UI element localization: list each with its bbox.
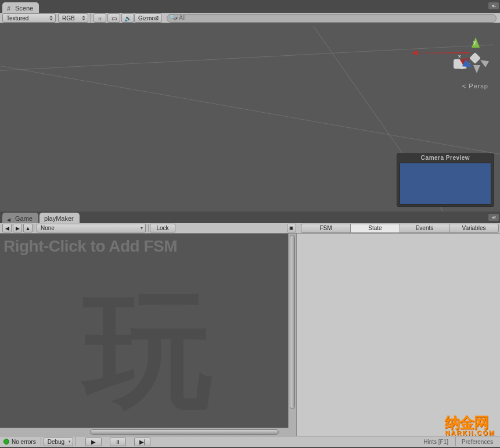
scene-image-toggle[interactable]: ▭ bbox=[107, 13, 120, 23]
x-axis-arrow-icon bbox=[412, 50, 418, 56]
tab-game[interactable]: Game bbox=[2, 213, 38, 223]
nav-up-button[interactable]: ▲ bbox=[23, 224, 33, 232]
play-icon: ▶ bbox=[91, 439, 96, 445]
camera-preview-viewport bbox=[400, 163, 491, 205]
tab-playmaker[interactable]: playMaker bbox=[39, 213, 80, 223]
y-axis-label: y bbox=[473, 40, 476, 45]
playmaker-toolbar: ◀ ▶ ▲ None Lock ▣ FSM State Events Varia… bbox=[0, 223, 500, 234]
game-icon bbox=[7, 216, 13, 221]
window-options-button[interactable] bbox=[488, 2, 499, 9]
tab-scene[interactable]: Scene bbox=[2, 2, 39, 13]
inspector-tab-fsm-label: FSM bbox=[319, 225, 332, 231]
triangle-right-icon: ▶ bbox=[16, 225, 20, 231]
scene-search-input[interactable]: All bbox=[167, 14, 497, 23]
scene-audio-toggle[interactable]: 🔊 bbox=[121, 13, 134, 23]
search-placeholder: All bbox=[179, 15, 185, 21]
preferences-button[interactable]: Preferences bbox=[457, 439, 498, 445]
nav-forward-button[interactable]: ▶ bbox=[13, 224, 22, 232]
horizontal-scrollbar[interactable] bbox=[0, 428, 288, 436]
fsm-graph-area[interactable]: 玩 Right-Click to Add FSM bbox=[0, 234, 296, 436]
inspector-tab-variables[interactable]: Variables bbox=[449, 224, 499, 233]
separator bbox=[75, 437, 76, 446]
inspector-tab-fsm[interactable]: FSM bbox=[301, 224, 351, 233]
scene-light-toggle[interactable]: ☼ bbox=[93, 13, 106, 23]
step-icon: ▶| bbox=[139, 439, 146, 445]
window-options-button[interactable] bbox=[488, 214, 499, 221]
lower-tab-row: Game playMaker bbox=[0, 212, 500, 223]
scrollbar-thumb[interactable] bbox=[290, 235, 295, 409]
separator bbox=[455, 437, 456, 446]
scene-search-wrap: All bbox=[167, 14, 497, 23]
picture-icon: ▭ bbox=[111, 15, 117, 21]
fsm-hint-text: Right-Click to Add FSM bbox=[3, 237, 177, 256]
scrollbar-corner bbox=[288, 428, 296, 436]
separator bbox=[148, 224, 149, 232]
play-button[interactable]: ▶ bbox=[85, 438, 102, 446]
camera-preview-panel: Camera Preview bbox=[397, 153, 494, 207]
lock-toggle[interactable]: Lock bbox=[150, 224, 175, 232]
inspector-tab-state-label: State bbox=[368, 225, 382, 231]
hints-button[interactable]: Hints [F1] bbox=[418, 439, 454, 445]
step-button[interactable]: ▶| bbox=[134, 438, 150, 446]
status-dot-icon bbox=[3, 439, 9, 445]
preferences-label: Preferences bbox=[462, 439, 493, 445]
nav-back-button[interactable]: ◀ bbox=[2, 224, 12, 232]
separator bbox=[41, 437, 41, 446]
color-mode-label: RGB bbox=[62, 15, 75, 21]
triangle-left-icon: ◀ bbox=[5, 225, 9, 231]
minimap-toggle[interactable]: ▣ bbox=[287, 224, 296, 232]
z-axis-label: z bbox=[461, 65, 463, 70]
grid-line bbox=[0, 44, 493, 72]
scrollbar-thumb[interactable] bbox=[90, 429, 279, 435]
status-text: No errors bbox=[12, 439, 36, 445]
fsm-inspector-panel bbox=[296, 234, 500, 436]
scene-viewport[interactable]: y x z Persp Camera Preview bbox=[0, 23, 500, 212]
speaker-icon: 🔊 bbox=[124, 15, 131, 21]
inspector-tab-events-label: Events bbox=[416, 225, 434, 231]
fsm-selector-label: None bbox=[41, 225, 55, 231]
toolbar-separator bbox=[90, 13, 91, 23]
axis-cone-icon[interactable] bbox=[473, 65, 480, 73]
playmaker-status-bar: No errors Debug ▶ ⏸ ▶| Hints [F1] Prefer… bbox=[0, 436, 500, 447]
grid-line bbox=[0, 62, 500, 158]
orientation-gizmo[interactable]: y x z bbox=[458, 41, 493, 76]
pause-button[interactable]: ⏸ bbox=[110, 438, 126, 446]
tab-playmaker-label: playMaker bbox=[44, 215, 74, 222]
watermark-glyph: 玩 bbox=[84, 266, 212, 436]
render-mode-dropdown[interactable]: Textured bbox=[2, 13, 56, 23]
render-mode-label: Textured bbox=[6, 15, 28, 21]
gizmos-dropdown[interactable]: Gizmos bbox=[134, 13, 162, 23]
square-icon: ▣ bbox=[289, 225, 294, 231]
camera-preview-title: Camera Preview bbox=[397, 154, 494, 162]
playmaker-body: 玩 Right-Click to Add FSM bbox=[0, 234, 500, 436]
hints-label: Hints [F1] bbox=[423, 439, 448, 445]
pause-icon: ⏸ bbox=[115, 439, 121, 445]
vertical-scrollbar[interactable] bbox=[288, 234, 296, 428]
sun-icon: ☼ bbox=[97, 15, 102, 21]
debug-label: Debug bbox=[48, 439, 64, 445]
perspective-label[interactable]: Persp bbox=[462, 83, 488, 89]
inspector-tab-group: FSM State Events Variables bbox=[301, 224, 499, 233]
x-axis-label: x bbox=[458, 53, 461, 59]
inspector-tab-state[interactable]: State bbox=[350, 224, 400, 233]
fsm-selector-dropdown[interactable]: None bbox=[37, 224, 146, 232]
debug-dropdown[interactable]: Debug bbox=[44, 438, 73, 446]
inspector-tab-variables-label: Variables bbox=[462, 225, 486, 231]
scene-tab-row: Scene bbox=[0, 0, 500, 13]
grid-icon bbox=[7, 5, 13, 11]
inspector-tab-events[interactable]: Events bbox=[400, 224, 449, 233]
tab-scene-label: Scene bbox=[15, 5, 33, 12]
color-mode-dropdown[interactable]: RGB bbox=[58, 13, 88, 23]
lock-label: Lock bbox=[156, 225, 168, 231]
separator bbox=[34, 224, 34, 232]
tab-game-label: Game bbox=[15, 215, 33, 222]
triangle-up-icon: ▲ bbox=[26, 225, 31, 231]
scene-toolbar: Textured RGB ☼ ▭ 🔊 Gizmos All bbox=[0, 13, 500, 23]
gizmos-label: Gizmos bbox=[138, 15, 158, 21]
